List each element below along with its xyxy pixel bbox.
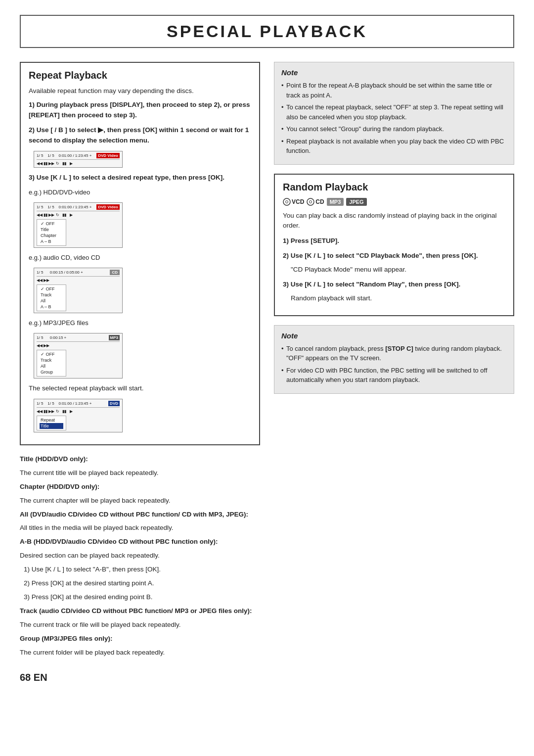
- repeat-playback-section: Repeat Playback Available repeat functio…: [20, 62, 260, 445]
- screen-mockup-2: 1/ 5 1/ 5 0:01:00 / 1:23:45 + DVD Video …: [34, 202, 251, 248]
- screen-5-topbar: 1/ 5 1/ 5 0:01:00 / 1:23:45 + DVD: [37, 401, 120, 408]
- step-3: 3) Use [K / L ] to select a desired repe…: [29, 173, 251, 183]
- eg-hdd-label: e.g.) HDD/DVD-video: [29, 188, 251, 197]
- screen-4-icons: ◀◀ ▶▶: [37, 343, 120, 348]
- track-label: Track (audio CD/video CD without PBC fun…: [20, 606, 260, 616]
- screen-mockup-5: 1/ 5 1/ 5 0:01:00 / 1:23:45 + DVD ◀◀ ▮▮ …: [34, 399, 251, 432]
- chapter-label: Chapter (HDD/DVD only):: [20, 482, 260, 492]
- chapter-desc: The current chapter will be played back …: [20, 496, 260, 506]
- random-intro: You can play back a disc randomly instea…: [283, 211, 505, 232]
- note-left-item-4: Repeat playback is not available when yo…: [281, 137, 507, 156]
- screen-2-badge: DVD Video: [96, 204, 120, 210]
- note-left-title: Note: [281, 68, 507, 77]
- svg-point-1: [286, 200, 288, 203]
- random-step-2: 2) Use [K / L ] to select "CD Playback M…: [283, 251, 505, 275]
- note-left-item-1: Point B for the repeat A-B playback shou…: [281, 81, 507, 100]
- note-right-box: Note To cancel random playback, press [S…: [274, 325, 514, 394]
- ab-step3: 3) Press [OK] at the desired ending poin…: [24, 592, 260, 603]
- screen-3: 1/ 5 0:00:15 / 0:05:00 + CD ◀◀ ▶▶ OFF Tr…: [34, 268, 123, 313]
- screen-2-icons: ◀◀ ▮▮ ▶▶ ↻ ▮▮ ▶: [37, 213, 120, 217]
- screen-5-repeat-value: Title: [40, 423, 63, 429]
- screen-1-topbar: 1/ 5 1/ 5 0:01:00 / 1:23:45 + DVD Video: [37, 153, 120, 160]
- screen-1-icons: ◀◀ ▮▮ ▶▶ ↻ ▮▮ ▶: [37, 161, 120, 166]
- group-label: Group (MP3/JPEG files only):: [20, 634, 260, 644]
- step1-text: During playback press [DISPLAY], then pr…: [29, 101, 250, 119]
- ab-desc: Desired section can be played back repea…: [20, 551, 260, 561]
- left-column: Repeat Playback Available repeat functio…: [20, 62, 260, 689]
- svg-point-0: [283, 198, 290, 205]
- screen-4-menu: OFF Track All Group: [37, 350, 66, 377]
- screen-mockup-4: 1/ 5 0:00:15 + MP3 ◀◀ ▶▶ OFF Track All G…: [34, 333, 251, 378]
- ab-step1: 1) Use [K / L ] to select "A-B", then pr…: [24, 565, 260, 575]
- eg-mp3-label: e.g.) MP3/JPEG files: [29, 318, 251, 328]
- screen-3-topbar: 1/ 5 0:00:15 / 0:05:00 + CD: [37, 270, 120, 277]
- screen-3-time: 1/ 5 0:00:15 / 0:05:00 +: [37, 270, 83, 275]
- screen-1-time: 1/ 5 1/ 5 0:01:00 / 1:23:45 +: [37, 153, 91, 158]
- screen-3-icons: ◀◀ ▶▶: [37, 278, 120, 283]
- ab-step2: 2) Press [OK] at the desired starting po…: [24, 578, 260, 589]
- mp3-badge: MP3: [327, 198, 344, 206]
- page-title-container: SPECIAL PLAYBACK: [20, 15, 514, 48]
- note-left-list: Point B for the repeat A-B playback shou…: [281, 81, 507, 156]
- screen-2: 1/ 5 1/ 5 0:01:00 / 1:23:45 + DVD Video …: [34, 202, 123, 248]
- random-playback-title: Random Playback: [283, 182, 505, 193]
- random-step1-text: Press [SETUP].: [291, 237, 339, 244]
- vcd-badge: VCD: [283, 198, 304, 206]
- screen-4-topbar: 1/ 5 0:00:15 + MP3: [37, 335, 120, 342]
- random-step2-desc: "CD Playback Mode" menu will appear.: [291, 265, 505, 275]
- screen-3-badge: CD: [110, 270, 120, 275]
- screen-5-repeat-label: Repeat: [40, 417, 63, 423]
- random-step-3: 3) Use [K / L ] to select "Random Play",…: [283, 280, 505, 304]
- jpeg-badge: JPEG: [346, 198, 366, 206]
- screen-2-time: 1/ 5 1/ 5 0:01:00 / 1:23:45 +: [37, 205, 91, 209]
- note-left-item-3: You cannot select "Group" during the ran…: [281, 124, 507, 134]
- eg-audio-label: e.g.) audio CD, video CD: [29, 253, 251, 263]
- note-right-title: Note: [281, 331, 507, 340]
- note-left-item-2: To cancel the repeat playback, select "O…: [281, 102, 507, 122]
- step3-text: 3) Use [K / L ] to select a desired repe…: [29, 173, 251, 183]
- right-column: Note Point B for the repeat A-B playback…: [274, 62, 514, 689]
- svg-point-2: [307, 198, 314, 205]
- note-right-list: To cancel random playback, press [STOP C…: [281, 344, 507, 385]
- title-hdd-desc: The current title will be played back re…: [20, 468, 260, 478]
- screen-1-badge: DVD Video: [96, 153, 120, 158]
- screen-5-icons: ◀◀ ▮▮ ▶▶ ↻ ▮▮ ▶: [37, 409, 120, 414]
- note-left-box: Note Point B for the repeat A-B playback…: [274, 62, 514, 165]
- screen-mockup-1: 1/ 5 1/ 5 0:01:00 / 1:23:45 + DVD Video …: [34, 151, 251, 168]
- page-title: SPECIAL PLAYBACK: [31, 22, 503, 41]
- repeat-intro: Available repeat function may vary depen…: [29, 86, 251, 96]
- random-playback-section: Random Playback VCD CD: [274, 174, 514, 316]
- ab-label: A-B (HDD/DVD/audio CD/video CD without P…: [20, 537, 260, 547]
- step-1: 1) During playback press [DISPLAY], then…: [29, 100, 251, 121]
- selected-text: The selected repeat playback will start.: [29, 383, 251, 394]
- disc-badges: VCD CD MP3 JPEG: [283, 198, 505, 206]
- random-step-1: 1) Press [SETUP].: [283, 236, 505, 246]
- screen-2-topbar: 1/ 5 1/ 5 0:01:00 / 1:23:45 + DVD Video: [37, 204, 120, 211]
- vcd-disc-icon: [283, 198, 291, 206]
- screen-2-menu: OFF Title Chapter A – B: [37, 219, 66, 246]
- screen-4-time: 1/ 5 0:00:15 +: [37, 335, 66, 340]
- step-2: 2) Use [ / B ] to select ▶, then press […: [29, 125, 251, 168]
- group-desc: The current folder will be played back r…: [20, 648, 260, 658]
- screen-4: 1/ 5 0:00:15 + MP3 ◀◀ ▶▶ OFF Track All G…: [34, 333, 123, 378]
- cd-disc-icon: [307, 198, 314, 206]
- title-hdd-label: Title (HDD/DVD only):: [20, 454, 260, 465]
- screen-mockup-3: 1/ 5 0:00:15 / 0:05:00 + CD ◀◀ ▶▶ OFF Tr…: [34, 268, 251, 313]
- repeat-type-descriptions: Title (HDD/DVD only): The current title …: [20, 454, 260, 658]
- repeat-playback-title: Repeat Playback: [29, 70, 251, 81]
- screen-5-time: 1/ 5 1/ 5 0:01:00 / 1:23:45 +: [37, 401, 91, 406]
- all-label: All (DVD/audio CD/video CD without PBC f…: [20, 510, 260, 520]
- step2-text: 2) Use [ / B ] to select ▶, then press […: [29, 125, 251, 146]
- screen-5-badge: DVD: [108, 401, 120, 406]
- track-desc: The current track or file will be played…: [20, 620, 260, 630]
- screen-1: 1/ 5 1/ 5 0:01:00 / 1:23:45 + DVD Video …: [34, 151, 123, 168]
- screen-3-menu: OFF Track All A – B: [37, 284, 66, 311]
- svg-point-3: [310, 200, 312, 203]
- step1-label: 1) During playback press [DISPLAY], then…: [29, 100, 251, 121]
- screen-4-badge: MP3: [109, 335, 120, 340]
- screen-5-menu: Repeat Title: [37, 416, 66, 430]
- screen-5: 1/ 5 1/ 5 0:01:00 / 1:23:45 + DVD ◀◀ ▮▮ …: [34, 399, 123, 432]
- note-right-item-2: For video CD with PBC function, the PBC …: [281, 366, 507, 385]
- cd-badge: CD: [307, 198, 324, 206]
- note-right-item-1: To cancel random playback, press [STOP C…: [281, 344, 507, 363]
